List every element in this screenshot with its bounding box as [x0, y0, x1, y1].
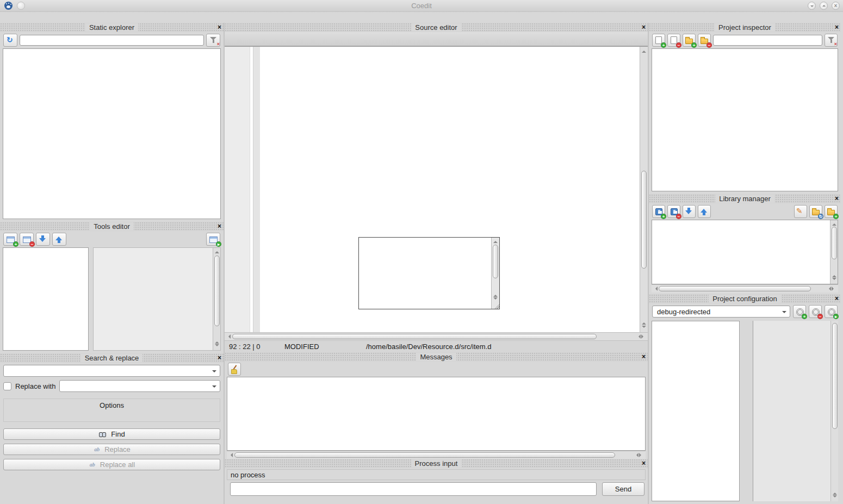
messages-hscrollbar[interactable]: [227, 451, 646, 459]
edit-library-icon: [796, 207, 805, 216]
library-hscrollbar[interactable]: [652, 284, 838, 293]
close-panel-icon[interactable]: ×: [218, 353, 221, 363]
configuration-selector[interactable]: debug-redirected: [652, 306, 790, 318]
remove-config-button[interactable]: −: [809, 305, 822, 318]
move-down-button[interactable]: [36, 233, 50, 246]
project-inspector-header: Project inspector ×: [649, 23, 841, 32]
static-explorer-panel: Static explorer × ×: [0, 23, 224, 222]
panel-title: Project configuration: [709, 295, 781, 303]
panel-title: Process input: [411, 459, 462, 468]
process-input-panel: Process input × no process Send: [225, 459, 648, 504]
add-folder-button[interactable]: +: [825, 205, 838, 218]
edit-library-button[interactable]: [794, 205, 807, 218]
tools-editor-panel: Tools editor × + − ▸: [0, 222, 224, 353]
replace-with-label: Replace with: [15, 382, 55, 390]
resize-grip[interactable]: [494, 304, 499, 309]
remove-file-button[interactable]: −: [667, 34, 680, 47]
move-up-button[interactable]: [52, 233, 66, 246]
close-button[interactable]: ×: [832, 2, 840, 10]
run-tool-button[interactable]: ▸: [206, 233, 220, 246]
close-panel-icon[interactable]: ×: [642, 459, 646, 468]
move-down-icon: [685, 207, 693, 216]
remove-library-button[interactable]: −: [667, 205, 680, 218]
panel-title: Search & replace: [81, 354, 143, 362]
close-panel-icon[interactable]: ×: [835, 294, 839, 303]
category-list: [652, 321, 740, 501]
move-up-button[interactable]: [698, 205, 711, 218]
filter-button[interactable]: ×: [206, 34, 220, 47]
add-library-button[interactable]: +: [652, 205, 665, 218]
symbol-search-input[interactable]: [20, 35, 204, 46]
clear-messages-button[interactable]: [228, 363, 241, 376]
find-button[interactable]: Find: [3, 428, 220, 440]
add-folder-button[interactable]: +: [683, 34, 696, 47]
close-panel-icon[interactable]: ×: [642, 23, 646, 32]
options-title: Options: [4, 401, 220, 409]
close-panel-icon[interactable]: ×: [642, 352, 646, 362]
completion-popup: [358, 237, 500, 309]
messages-header: Messages ×: [225, 352, 648, 362]
completion-scrollbar[interactable]: [491, 238, 499, 309]
file-path: /home/basile/Dev/Resource.d/src/item.d: [366, 343, 648, 351]
add-tool-button[interactable]: +: [3, 233, 17, 246]
clone-config-button[interactable]: ▸: [825, 305, 838, 318]
search-term-combobox[interactable]: [3, 365, 220, 377]
replace-term-combobox[interactable]: [59, 380, 220, 392]
search-options-group: Options: [3, 399, 220, 422]
menu-bar: [0, 12, 843, 23]
close-panel-icon[interactable]: ×: [218, 23, 221, 32]
process-input-field[interactable]: [230, 482, 597, 496]
tool-properties: [93, 247, 221, 351]
clear-icon: [230, 365, 239, 374]
replace-icon: ab: [93, 446, 101, 453]
process-input-header: Process input ×: [225, 459, 648, 468]
move-down-button[interactable]: [683, 205, 696, 218]
close-panel-icon[interactable]: ×: [835, 23, 839, 32]
library-manager-panel: Library manager × + − ↻ +: [649, 194, 841, 294]
move-up-icon: [700, 207, 709, 216]
editor-hscrollbar[interactable]: [225, 332, 648, 340]
remove-folder-button[interactable]: −: [698, 34, 711, 47]
scan-folder-button[interactable]: ↻: [809, 205, 822, 218]
send-button[interactable]: Send: [602, 482, 644, 496]
move-down-icon: [39, 235, 47, 244]
code-editor[interactable]: [225, 46, 648, 332]
library-vscrollbar[interactable]: [830, 220, 838, 284]
process-status: no process: [227, 469, 646, 480]
modified-state: MODIFIED: [284, 343, 366, 351]
panel-title: Library manager: [715, 195, 774, 203]
configuration-properties: [753, 321, 838, 501]
close-panel-icon[interactable]: ×: [218, 222, 221, 231]
config-scrollbar[interactable]: [830, 321, 838, 501]
caret-position: 92 : 22 | 0: [225, 343, 284, 351]
project-configuration-header: Project configuration ×: [649, 294, 841, 303]
coedit-window: Coedit × Static explorer × ×: [0, 0, 843, 504]
add-file-button[interactable]: +: [652, 34, 665, 47]
project-tree: [652, 48, 838, 191]
editor-tab-bar: [225, 32, 648, 46]
remove-tool-button[interactable]: −: [20, 233, 34, 246]
filter-button[interactable]: ×: [825, 34, 838, 47]
replace-with-checkbox[interactable]: [3, 382, 11, 390]
project-inspector-panel: Project inspector × + − + − ×: [649, 23, 841, 194]
editor-gutter: [225, 47, 250, 332]
replace-all-button[interactable]: ab Replace all: [3, 459, 220, 470]
project-filter-input[interactable]: [713, 35, 822, 46]
symbol-tree: [3, 48, 221, 219]
search-replace-panel: Search & replace × Replace with Options …: [0, 353, 224, 504]
source-editor-panel: Source editor ×: [225, 23, 648, 352]
editor-vscrollbar[interactable]: [640, 47, 648, 332]
tools-editor-header: Tools editor ×: [0, 222, 224, 231]
replace-button[interactable]: ab Replace: [3, 444, 220, 455]
refresh-button[interactable]: [3, 34, 17, 47]
library-manager-header: Library manager ×: [649, 194, 841, 203]
message-log[interactable]: [227, 377, 646, 451]
maximize-button[interactable]: [820, 2, 828, 10]
minimize-button[interactable]: [808, 2, 816, 10]
add-config-button[interactable]: +: [793, 305, 806, 318]
editor-status-bar: 92 : 22 | 0 MODIFIED /home/basile/Dev/Re…: [225, 340, 648, 352]
properties-scrollbar[interactable]: [213, 248, 220, 350]
project-configuration-panel: Project configuration × debug-redirected…: [649, 294, 841, 504]
close-panel-icon[interactable]: ×: [835, 194, 839, 203]
panel-title: Project inspector: [715, 23, 775, 32]
